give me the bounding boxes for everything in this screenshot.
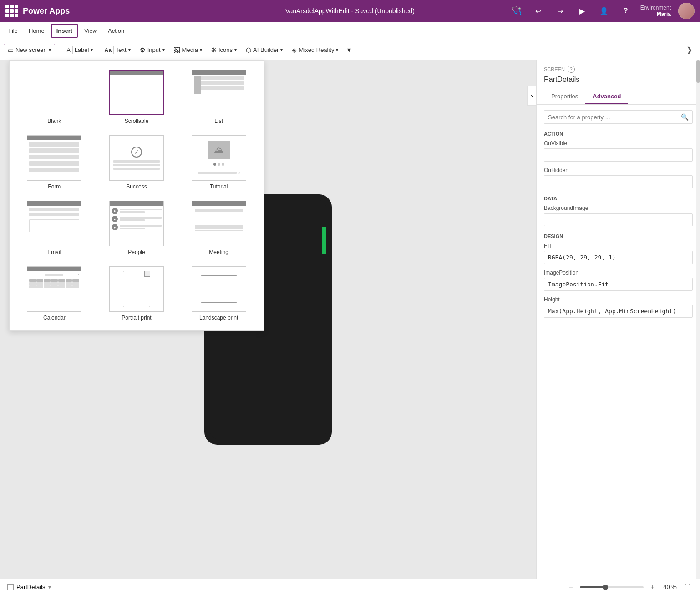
zoom-slider[interactable]: [580, 586, 644, 588]
collapse-icon: ›: [531, 92, 533, 99]
screen-chevron[interactable]: ▾: [48, 584, 51, 590]
new-screen-btn[interactable]: ▭ New screen ▾: [4, 44, 55, 56]
media-btn[interactable]: 🖼 Media ▾: [170, 44, 206, 56]
zoom-control: − + 40 % ⛶: [565, 582, 693, 593]
property-input-onhidden[interactable]: [544, 175, 693, 188]
menu-view[interactable]: View: [80, 25, 101, 37]
toolbar-sep-1: [58, 45, 58, 56]
icons-btn[interactable]: ❋ Icons ▾: [208, 44, 240, 56]
new-screen-dropdown: Blank Scrollable: [9, 60, 264, 331]
toolbar: ▭ New screen ▾ A Label ▾ Aa Text ▾ ⚙ Inp…: [0, 40, 700, 60]
play-btn[interactable]: ▶: [575, 4, 589, 18]
icons-chevron[interactable]: ▾: [234, 47, 237, 52]
media-chevron[interactable]: ▾: [200, 47, 202, 52]
panel-collapse-btn[interactable]: ›: [527, 86, 536, 106]
menu-action[interactable]: Action: [103, 25, 129, 37]
screen-item-email[interactable]: Email: [17, 199, 92, 257]
screen-label-meeting: Meeting: [209, 249, 228, 255]
property-onhidden: OnHidden: [544, 167, 693, 188]
screen-thumb-list: [192, 70, 246, 115]
screen-label-people: People: [128, 249, 145, 255]
menu-file[interactable]: File: [4, 25, 22, 37]
property-input-onvisible[interactable]: [544, 148, 693, 162]
property-input-imageposition[interactable]: [544, 278, 693, 291]
zoom-slider-fill: [580, 586, 605, 588]
fullscreen-btn[interactable]: ⛶: [682, 582, 693, 593]
property-input-fill[interactable]: [544, 251, 693, 264]
text-chevron[interactable]: ▾: [128, 47, 131, 52]
screen-item-form[interactable]: Form: [17, 133, 92, 192]
screen-item-tutorial[interactable]: ⛰ › Tutorial: [181, 133, 256, 192]
user-btn[interactable]: 👤: [597, 4, 611, 18]
input-chevron[interactable]: ▾: [162, 47, 165, 52]
right-panel: › SCREEN ? PartDetails Properties Advanc…: [536, 60, 700, 579]
waffle-icon[interactable]: [5, 5, 18, 17]
screen-item-list[interactable]: List: [181, 68, 256, 126]
document-title: VanArsdelAppWithEdit - Saved (Unpublishe…: [285, 7, 415, 15]
avatar[interactable]: [678, 3, 695, 19]
screen-label-success: Success: [126, 183, 147, 190]
text-icon: Aa: [102, 46, 113, 54]
screen-icon: ▭: [8, 46, 14, 54]
zoom-in-btn[interactable]: +: [647, 582, 658, 593]
screen-item-calendar[interactable]: ‹ › Calendar: [17, 264, 92, 323]
property-imageposition: ImagePosition: [544, 270, 693, 291]
text-btn[interactable]: Aa Text ▾: [98, 44, 134, 56]
screen-thumb-tutorial: ⛰ ›: [192, 135, 246, 181]
mixed-reality-chevron[interactable]: ▾: [336, 47, 338, 52]
scrollbar-thumb[interactable]: [696, 60, 700, 83]
screen-item-meeting[interactable]: Meeting: [181, 199, 256, 257]
media-icon: 🖼: [174, 46, 180, 54]
screen-label-calendar: Calendar: [43, 315, 66, 321]
more-btn[interactable]: ▾: [344, 43, 355, 56]
tab-properties[interactable]: Properties: [544, 89, 585, 104]
help-btn[interactable]: ?: [619, 4, 633, 18]
screen-item-portrait[interactable]: Portrait print: [99, 264, 174, 323]
top-bar: Power Apps VanArsdelAppWithEdit - Saved …: [0, 0, 700, 22]
screen-item-success[interactable]: ✓ Success: [99, 133, 174, 192]
property-height: Height: [544, 296, 693, 318]
screen-item-people[interactable]: ● ●: [99, 199, 174, 257]
property-input-bgimage[interactable]: [544, 213, 693, 226]
menu-home[interactable]: Home: [24, 25, 49, 37]
screen-label-blank: Blank: [47, 118, 61, 124]
ai-builder-chevron[interactable]: ▾: [280, 47, 283, 52]
screen-item-scrollable[interactable]: Scrollable: [99, 68, 174, 126]
zoom-slider-thumb[interactable]: [603, 585, 608, 590]
undo-btn[interactable]: ↩: [531, 4, 546, 18]
screen-item-landscape[interactable]: Landscape print: [181, 264, 256, 323]
screen-label-portrait: Portrait print: [122, 315, 151, 321]
screen-thumb-success: ✓: [109, 135, 164, 181]
diagnostics-icon[interactable]: 🩺: [509, 4, 524, 18]
icons-icon: ❋: [211, 46, 217, 54]
label-chevron[interactable]: ▾: [91, 47, 93, 52]
ai-builder-btn[interactable]: ⬡ AI Builder ▾: [242, 44, 286, 56]
new-screen-chevron[interactable]: ▾: [49, 47, 51, 52]
menu-bar: File Home Insert View Action: [0, 22, 700, 40]
menu-insert[interactable]: Insert: [51, 24, 78, 38]
screen-help-btn[interactable]: ?: [568, 66, 575, 73]
screen-item-blank[interactable]: Blank: [17, 68, 92, 126]
screen-checkbox[interactable]: [7, 584, 14, 590]
mixed-reality-btn[interactable]: ◈ Mixed Reality ▾: [288, 44, 342, 56]
property-input-height[interactable]: [544, 305, 693, 318]
expand-canvas-btn[interactable]: ❯: [682, 43, 696, 57]
input-icon: ⚙: [140, 46, 146, 54]
redo-btn[interactable]: ↪: [553, 4, 568, 18]
screen-thumb-form: [27, 135, 81, 181]
search-input[interactable]: [548, 114, 678, 121]
property-label-onvisible: OnVisible: [544, 140, 693, 147]
property-label-bgimage: BackgroundImage: [544, 205, 693, 211]
screen-name: PartDetails: [16, 584, 46, 590]
scrollbar-track[interactable]: [696, 60, 700, 579]
input-btn[interactable]: ⚙ Input ▾: [136, 44, 168, 56]
mixed-reality-icon: ◈: [292, 46, 297, 54]
zoom-out-btn[interactable]: −: [565, 582, 576, 593]
screen-label: SCREEN ?: [544, 66, 693, 73]
label-btn[interactable]: A Label ▾: [61, 44, 97, 56]
screen-label-scrollable: Scrollable: [125, 118, 149, 124]
panel-title: PartDetails: [544, 76, 693, 84]
tab-advanced[interactable]: Advanced: [585, 89, 628, 104]
screen-thumb-email: [27, 201, 81, 246]
more-chevron-icon: ▾: [347, 46, 351, 54]
